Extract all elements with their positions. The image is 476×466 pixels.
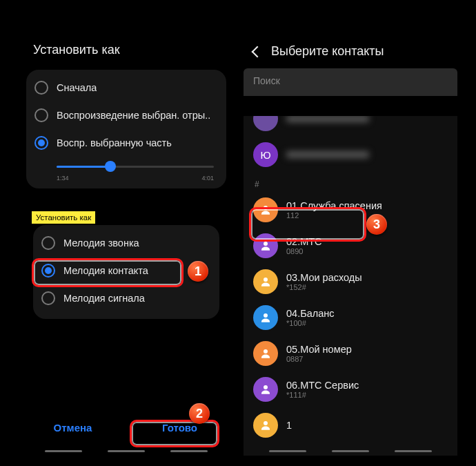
contact-row[interactable]: 01.Служба спасения112 <box>244 192 457 228</box>
contact-row[interactable]: 04.Баланс*100# <box>244 300 457 336</box>
contact-sub: 112 <box>286 211 382 220</box>
android-navbar <box>19 447 233 454</box>
contact-name: 06.МТС Сервис <box>286 380 359 391</box>
contact-row[interactable]: 05.Мой номер0887 <box>244 336 457 371</box>
svg-point-3 <box>264 313 268 318</box>
redacted-name <box>286 116 369 122</box>
avatar <box>253 377 278 402</box>
radio-icon <box>34 81 48 95</box>
contact-row[interactable]: 03.Мои расходы*152# <box>244 264 457 300</box>
right-screen: Выберите контакты Поиск Ю # 01.Служба сп… <box>244 19 457 456</box>
redacted-name <box>286 151 369 158</box>
option-label: Мелодия сигнала <box>63 293 145 304</box>
radio-ringtone[interactable]: Мелодия звонка <box>33 229 219 257</box>
radio-play-excerpt[interactable]: Воспроизведение выбран. отры.. <box>26 101 226 129</box>
contact-row[interactable]: 06.МТС Сервис*111# <box>244 371 457 407</box>
radio-play-from-start[interactable]: Сначала <box>26 74 226 101</box>
option-label: Сначала <box>57 82 97 93</box>
time-end: 4:01 <box>201 175 214 182</box>
avatar <box>253 233 278 258</box>
search-input[interactable]: Поиск <box>244 68 457 96</box>
option-label: Мелодия звонка <box>63 237 139 249</box>
footer-bar: Отмена Готово <box>19 414 233 442</box>
avatar <box>253 413 278 438</box>
slider-fill <box>57 166 110 168</box>
set-as-card: Мелодия звонка Мелодия контакта Мелодия … <box>33 225 219 319</box>
contact-sub: 0890 <box>286 247 322 255</box>
avatar <box>253 269 278 294</box>
svg-point-1 <box>264 242 268 246</box>
radio-icon <box>41 236 55 250</box>
done-button[interactable]: Готово <box>126 414 233 442</box>
annotation-tag: Установить как <box>32 211 95 224</box>
radio-icon-selected <box>41 264 55 278</box>
section-header: # <box>244 175 457 192</box>
contact-name: 01.Служба спасения <box>286 200 382 212</box>
playback-card: Сначала Воспроизведение выбран. отры.. В… <box>26 70 226 188</box>
contact-sub: 0887 <box>286 355 352 363</box>
svg-point-4 <box>264 349 268 353</box>
avatar <box>253 197 278 222</box>
contact-name: 05.Мой номер <box>286 344 352 356</box>
back-icon[interactable] <box>252 46 264 57</box>
option-label: Воспр. выбранную часть <box>57 137 172 148</box>
radio-icon-selected <box>34 136 48 150</box>
contact-name: 03.Мои расходы <box>286 272 362 284</box>
contact-sub: *111# <box>286 391 359 399</box>
contacts-panel: Ю # 01.Служба спасения11202.МТС089003.Мо… <box>244 116 457 456</box>
svg-point-0 <box>264 206 268 210</box>
time-start: 1:34 <box>57 175 69 182</box>
page-title: Установить как <box>19 19 233 70</box>
avatar <box>253 341 278 366</box>
slider-thumb[interactable] <box>105 161 116 172</box>
radio-contact-melody[interactable]: Мелодия контакта <box>33 257 219 284</box>
contact-row-obscured[interactable]: Ю <box>244 137 457 173</box>
avatar: Ю <box>253 142 278 167</box>
contact-sub: *152# <box>286 283 362 291</box>
contact-name: 1 <box>286 420 292 431</box>
contact-row-obscured[interactable] <box>244 116 457 137</box>
android-navbar <box>244 447 457 454</box>
left-screen: Установить как Сначала Воспроизведение в… <box>19 19 233 456</box>
contact-name: 02.МТС <box>286 236 322 248</box>
radio-icon <box>41 291 55 305</box>
contact-row[interactable]: 02.МТС0890 <box>244 228 457 264</box>
page-title: Выберите контакты <box>271 44 384 59</box>
trim-slider[interactable] <box>57 159 214 173</box>
cancel-button[interactable]: Отмена <box>19 414 126 442</box>
contact-row[interactable]: 1 <box>244 407 457 443</box>
contact-sub: *100# <box>286 319 335 327</box>
svg-point-2 <box>264 278 268 282</box>
option-label: Воспроизведение выбран. отры.. <box>57 110 210 121</box>
radio-icon <box>34 108 48 122</box>
radio-play-selected[interactable]: Воспр. выбранную часть <box>26 129 226 157</box>
avatar <box>253 305 278 330</box>
radio-alarm[interactable]: Мелодия сигнала <box>33 284 219 312</box>
svg-point-6 <box>264 421 268 425</box>
avatar <box>253 116 278 131</box>
contact-name: 04.Баланс <box>286 308 335 320</box>
option-label: Мелодия контакта <box>63 265 148 276</box>
svg-point-5 <box>264 385 268 389</box>
